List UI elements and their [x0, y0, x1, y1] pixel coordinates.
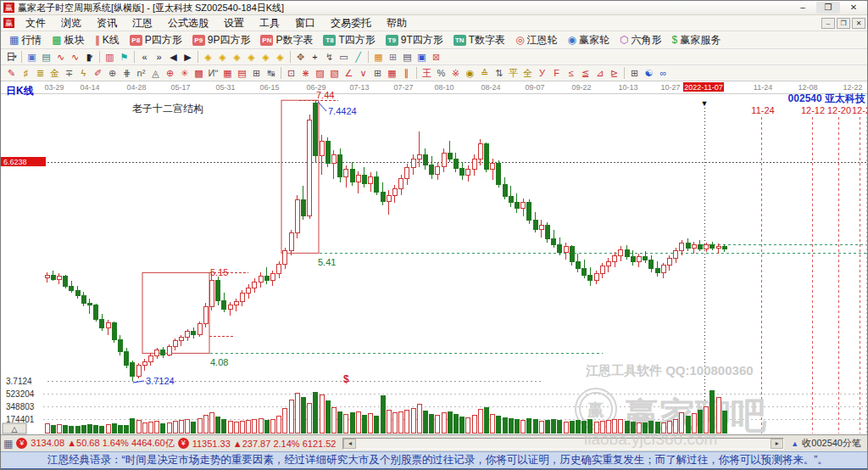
menu-江恩[interactable]: 江恩 — [125, 15, 160, 31]
crosshair-button[interactable]: + — [308, 50, 322, 64]
9t-square-button[interactable]: T99T四方形 — [381, 33, 448, 48]
kline-button[interactable]: ∥K线 — [90, 33, 125, 48]
calculator-button[interactable]: ⊞ — [386, 50, 400, 64]
scrollbar-left-arrow[interactable]: ◂ — [343, 439, 356, 449]
menu-交易委托[interactable]: 交易委托 — [323, 15, 379, 31]
pencil-button[interactable]: ✎ — [4, 66, 19, 80]
gann-wheel-button[interactable]: ◎江恩轮 — [510, 33, 562, 48]
circled-gold-button[interactable]: ◉ — [463, 66, 477, 80]
volume-expand-button[interactable]: △ — [3, 423, 26, 434]
kline-chart[interactable]: 江恩工具软件 QQ:100800360赢家聊吧赢日K线老子十二宫结构002540… — [1, 81, 868, 434]
trend-polyline-2-button[interactable]: ∿ — [68, 50, 82, 64]
report-button[interactable]: ▤ — [400, 50, 415, 64]
slashes-tool-button[interactable]: ∥ — [399, 66, 414, 80]
mdi-close-button[interactable]: ✕ — [852, 18, 865, 29]
hatch-tool-button[interactable]: ▦ — [385, 66, 399, 80]
approx-tool-button[interactable]: ≙ — [477, 66, 492, 80]
ratio-tool-button[interactable]: ※ — [448, 66, 463, 80]
window-frame-button[interactable]: ⊡ — [284, 66, 298, 80]
pan-hand-button[interactable]: ✥ — [293, 50, 308, 64]
menu-帮助[interactable]: 帮助 — [379, 15, 415, 31]
box-diag-tool-button[interactable]: ⊵ — [607, 66, 621, 80]
period-daily-dropdown-button[interactable]: 日▾ — [4, 50, 19, 64]
calendar-button[interactable]: ▦ — [371, 50, 386, 64]
diagonal-line-button[interactable]: ╱ — [351, 50, 365, 64]
boxed-hatch-button[interactable]: ▩ — [192, 66, 206, 80]
image-view-button[interactable]: ▣ — [25, 50, 39, 64]
mdi-minimize-button[interactable]: – — [821, 18, 835, 29]
hash-tool-button[interactable]: ♯ — [19, 66, 33, 80]
t-square-button[interactable]: T8T四方形 — [318, 33, 380, 48]
mdi-system-icon[interactable]: 赢 — [3, 18, 14, 28]
menu-设置[interactable]: 设置 — [216, 15, 252, 31]
close-button[interactable]: ✕ — [842, 2, 865, 14]
t-table-button[interactable]: TNT数字表 — [448, 33, 510, 48]
red-grid-2-button[interactable]: ▤ — [235, 66, 249, 80]
level-tool-button[interactable]: ∓ — [62, 66, 76, 80]
9p-square-button[interactable]: P99P四方形 — [187, 33, 256, 48]
burst-tool-button[interactable]: ✳ — [177, 66, 192, 80]
trend-polyline-1-button[interactable]: ∿ — [53, 50, 68, 64]
i-quote-tool-button[interactable]: Иʺ — [206, 66, 220, 80]
minimize-button[interactable]: – — [791, 2, 815, 14]
infinity-button[interactable]: ∞ — [656, 66, 670, 80]
pen-2-button[interactable]: ✐ — [91, 66, 105, 80]
menu-文件[interactable]: 文件 — [18, 15, 53, 31]
hexagon-button[interactable]: ⬡六角形 — [615, 33, 666, 48]
p-square-button[interactable]: P8P四方形 — [125, 33, 187, 48]
n-squared-button[interactable]: n² — [134, 66, 148, 80]
flag-tool-button[interactable]: ⚑ — [117, 50, 131, 64]
grid-tool-button[interactable]: ⊞ — [370, 66, 385, 80]
menu-资讯[interactable]: 资讯 — [89, 15, 125, 31]
gann-diamond-4-button[interactable]: ◈ — [244, 50, 259, 64]
gann-diamond-6-button[interactable]: ◈ — [273, 50, 287, 64]
gold-char-button[interactable]: 金 — [47, 66, 62, 80]
tick-chart-link[interactable]: 收002540分笔 — [802, 437, 861, 450]
info-panel-button[interactable]: ▤ — [39, 50, 53, 64]
menu-公式选股[interactable]: 公式选股 — [160, 15, 216, 31]
angle-tool-button[interactable]: ∠ — [342, 66, 356, 80]
region-select-button[interactable]: ▭ — [337, 50, 351, 64]
lines-tool-2-button[interactable]: ≦ — [578, 66, 593, 80]
wedge-tool-button[interactable]: ⊿ — [593, 66, 607, 80]
winner-wheel-button[interactable]: ◉赢家轮 — [563, 33, 615, 48]
target-tool-button[interactable]: ⊕ — [163, 66, 177, 80]
winner-service-button[interactable]: $赢家服务 — [667, 33, 726, 48]
gann-diamond-5-button[interactable]: ◈ — [259, 50, 273, 64]
hook-tool-button[interactable]: ϟ — [76, 66, 91, 80]
yinyang-button[interactable]: ☯ — [642, 66, 656, 80]
gann-diamond-1-button[interactable]: ◈ — [201, 50, 215, 64]
gann-diamond-2-button[interactable]: ◈ — [215, 50, 230, 64]
quotes-button[interactable]: ▦行情 — [4, 33, 47, 48]
red-grid-1-button[interactable]: ▦ — [220, 66, 235, 80]
gann-diamond-3-button[interactable]: ◈ — [230, 50, 244, 64]
triangle-tool-button[interactable]: ◬ — [148, 66, 163, 80]
save-button[interactable]: ▣ — [415, 50, 429, 64]
kline-box-button[interactable]: ▥ — [103, 50, 117, 64]
check-tool-button[interactable]: ∨ — [356, 66, 370, 80]
chart-horizontal-scrollbar[interactable]: ◂ ▸ — [342, 438, 784, 450]
king-char-tool-button[interactable]: 王 — [420, 66, 434, 80]
f-tool-button[interactable]: F — [549, 66, 564, 80]
menu-工具[interactable]: 工具 — [252, 15, 287, 31]
pyramid-gold-button[interactable]: ≣ — [33, 66, 47, 80]
grid-window-button[interactable]: ⊞ — [627, 66, 642, 80]
shaded-box-1-button[interactable]: ▨ — [313, 66, 327, 80]
percent-tool-button[interactable]: % — [434, 66, 448, 80]
mdi-restore-button[interactable]: ❐ — [837, 18, 850, 29]
quan-char-tool-button[interactable]: 全 — [520, 66, 535, 80]
maximize-button[interactable]: ❐ — [816, 2, 840, 14]
y-tool-button[interactable]: У — [535, 66, 549, 80]
next-bar-button[interactable]: ▶ — [181, 50, 195, 64]
scrollbar-right-arrow[interactable]: ▸ — [771, 439, 783, 449]
circle-cross-button[interactable]: ⊕ — [105, 66, 120, 80]
columns-tool-button[interactable]: ⊞ — [249, 66, 264, 80]
sectors-button[interactable]: ▩板块 — [47, 33, 89, 48]
lines-tool-1-button[interactable]: ≤ — [564, 66, 578, 80]
measure-zigzag-button[interactable]: ↯ — [322, 50, 337, 64]
export-button[interactable]: ⊠ — [429, 50, 443, 64]
ping-char-tool-button[interactable]: 平 — [506, 66, 520, 80]
grid-icon[interactable]: ▦ — [3, 438, 13, 450]
prev-bar-button[interactable]: ◀ — [166, 50, 181, 64]
shaded-box-2-button[interactable]: ▧ — [327, 66, 342, 80]
